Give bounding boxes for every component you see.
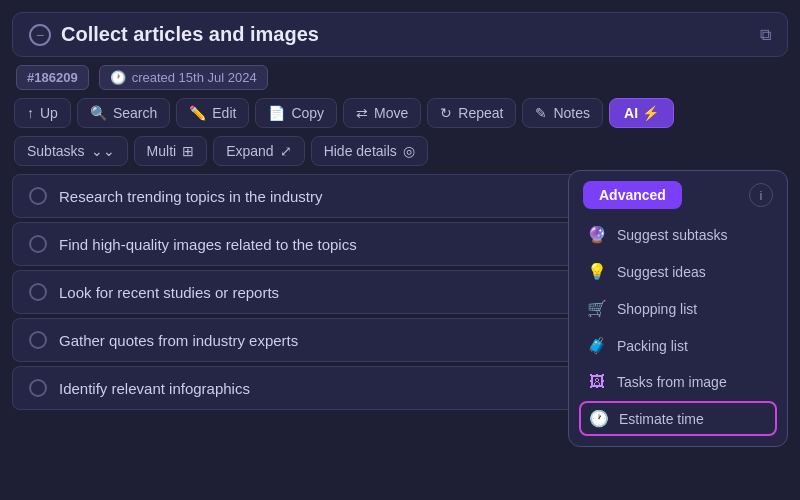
shopping-list-label: Shopping list [617,301,697,317]
dropdown-item-shopping-list[interactable]: 🛒 Shopping list [579,291,777,326]
dropdown-item-tasks-from-image[interactable]: 🖼 Tasks from image [579,365,777,399]
clock-icon: 🕐 [110,70,126,85]
task-checkbox[interactable] [29,379,47,397]
dropdown-panel: Advanced i 🔮 Suggest subtasks 💡 Suggest … [568,170,788,447]
dropdown-header: Advanced i [579,181,777,209]
packing-list-label: Packing list [617,338,688,354]
move-label: Move [374,105,408,121]
app-container: − Collect articles and images ⧉ #186209 … [0,0,800,500]
task-checkbox[interactable] [29,331,47,349]
advanced-button[interactable]: Advanced [583,181,682,209]
multi-button[interactable]: Multi ⊞ [134,136,208,166]
ai-label: AI ⚡ [624,105,659,121]
info-icon[interactable]: i [749,183,773,207]
edit-button[interactable]: ✏️ Edit [176,98,249,128]
task-text: Find high-quality images related to the … [59,236,357,253]
estimate-time-label: Estimate time [619,411,704,427]
edit-icon: ✏️ [189,105,206,121]
hide-details-icon: ◎ [403,143,415,159]
title-bar: − Collect articles and images ⧉ [12,12,788,57]
copy-button[interactable]: 📄 Copy [255,98,337,128]
created-badge: 🕐 created 15th Jul 2024 [99,65,268,90]
move-button[interactable]: ⇄ Move [343,98,421,128]
task-text: Identify relevant infographics [59,380,250,397]
subtasks-label: Subtasks [27,143,85,159]
dropdown-item-suggest-ideas[interactable]: 💡 Suggest ideas [579,254,777,289]
info-label: i [760,188,763,203]
search-button[interactable]: 🔍 Search [77,98,170,128]
minus-circle-icon: − [29,24,51,46]
task-text: Research trending topics in the industry [59,188,322,205]
notes-icon: ✎ [535,105,547,121]
move-icon: ⇄ [356,105,368,121]
suggest-ideas-icon: 💡 [587,262,607,281]
copy-icon: 📄 [268,105,285,121]
tasks-from-image-label: Tasks from image [617,374,727,390]
edit-label: Edit [212,105,236,121]
subtasks-chevron-icon: ⌄⌄ [91,143,115,159]
task-checkbox[interactable] [29,187,47,205]
content-area: Research trending topics in the industry… [12,174,788,488]
expand-button[interactable]: Expand ⤢ [213,136,304,166]
notes-button[interactable]: ✎ Notes [522,98,603,128]
page-title: Collect articles and images [61,23,750,46]
subtasks-button[interactable]: Subtasks ⌄⌄ [14,136,128,166]
up-button[interactable]: ↑ Up [14,98,71,128]
task-text: Look for recent studies or reports [59,284,279,301]
id-badge: #186209 [16,65,89,90]
copy-label: Copy [291,105,324,121]
sub-toolbar: Subtasks ⌄⌄ Multi ⊞ Expand ⤢ Hide detail… [12,136,788,166]
ai-button[interactable]: AI ⚡ [609,98,674,128]
suggest-subtasks-label: Suggest subtasks [617,227,728,243]
suggest-ideas-label: Suggest ideas [617,264,706,280]
expand-icon: ⤢ [280,143,292,159]
repeat-button[interactable]: ↻ Repeat [427,98,516,128]
hide-details-button[interactable]: Hide details ◎ [311,136,428,166]
tasks-from-image-icon: 🖼 [587,373,607,391]
meta-bar: #186209 🕐 created 15th Jul 2024 [12,65,788,90]
copy-title-icon[interactable]: ⧉ [760,26,771,44]
task-checkbox[interactable] [29,235,47,253]
hide-details-label: Hide details [324,143,397,159]
dropdown-item-estimate-time[interactable]: 🕐 Estimate time [579,401,777,436]
task-text: Gather quotes from industry experts [59,332,298,349]
task-checkbox[interactable] [29,283,47,301]
created-label: created 15th Jul 2024 [132,70,257,85]
expand-label: Expand [226,143,273,159]
toolbar: ↑ Up 🔍 Search ✏️ Edit 📄 Copy ⇄ Move ↻ Re… [12,98,788,128]
estimate-time-icon: 🕐 [589,409,609,428]
notes-label: Notes [553,105,590,121]
up-icon: ↑ [27,105,34,121]
repeat-label: Repeat [458,105,503,121]
multi-label: Multi [147,143,177,159]
multi-icon: ⊞ [182,143,194,159]
dropdown-item-suggest-subtasks[interactable]: 🔮 Suggest subtasks [579,217,777,252]
search-label: Search [113,105,157,121]
packing-list-icon: 🧳 [587,336,607,355]
repeat-icon: ↻ [440,105,452,121]
up-label: Up [40,105,58,121]
search-icon: 🔍 [90,105,107,121]
shopping-list-icon: 🛒 [587,299,607,318]
suggest-subtasks-icon: 🔮 [587,225,607,244]
dropdown-item-packing-list[interactable]: 🧳 Packing list [579,328,777,363]
